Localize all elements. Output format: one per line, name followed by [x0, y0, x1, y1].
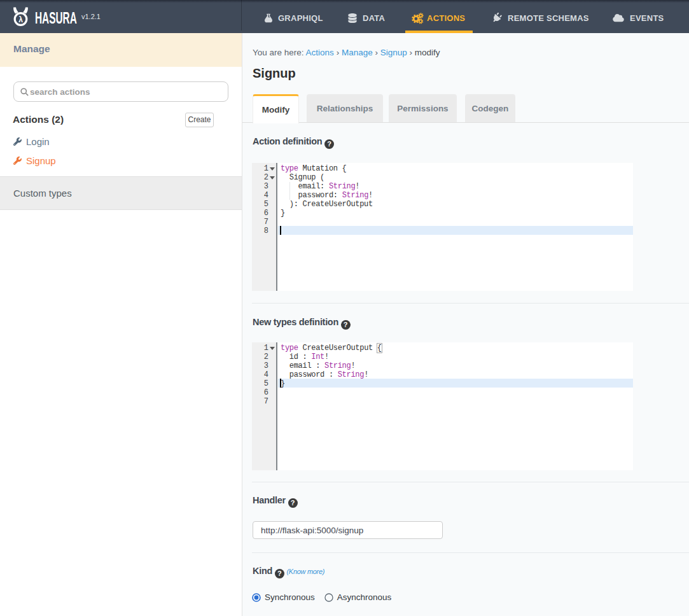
svg-text:λ: λ — [18, 15, 23, 24]
